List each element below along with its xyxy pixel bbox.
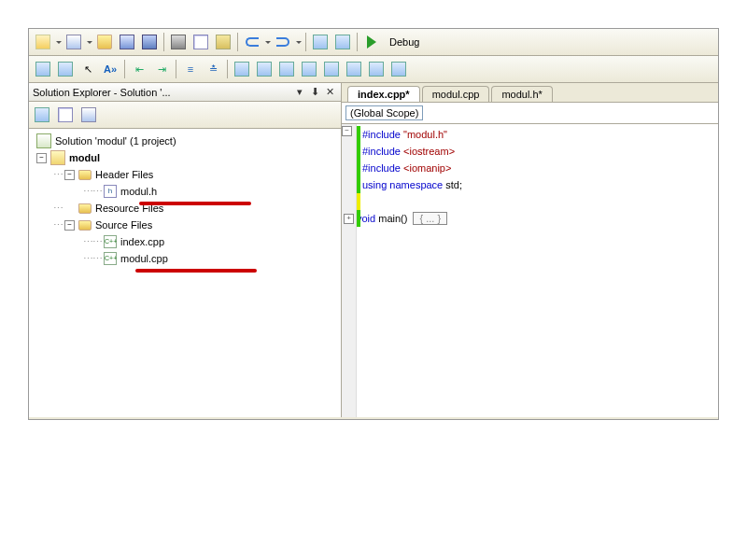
show-all-button[interactable] xyxy=(55,105,76,125)
collapsed-block[interactable]: { ... } xyxy=(413,212,447,225)
tab-modul-h[interactable]: modul.h* xyxy=(491,86,552,102)
file-node[interactable]: ⋯⋯ C++ index.cpp xyxy=(31,233,339,250)
bookmark7-button[interactable] xyxy=(366,59,387,79)
code-line[interactable]: using namespace std; xyxy=(362,176,462,193)
file-node[interactable]: ⋯⋯ C++ modul.cpp xyxy=(31,250,339,267)
unsaved-bar xyxy=(357,193,360,210)
annotation-underline xyxy=(139,202,251,205)
fold-plus-icon[interactable]: + xyxy=(344,214,354,224)
bookmark6-button[interactable] xyxy=(344,59,364,79)
copy-button[interactable] xyxy=(190,32,211,52)
change-bar xyxy=(357,210,360,227)
open-button[interactable] xyxy=(94,32,115,52)
view-code-button[interactable] xyxy=(78,105,99,125)
font-size-button[interactable]: A» xyxy=(100,59,120,79)
solution-explorer-header: Solution Explorer - Solution '... ▾ ⬇ ✕ xyxy=(29,83,341,102)
toolbox-button[interactable] xyxy=(33,59,53,79)
dropdown-icon[interactable] xyxy=(296,41,302,44)
tree-line: ⋯⋯ xyxy=(83,236,102,248)
bookmark-clear-button[interactable] xyxy=(299,59,319,79)
project-icon xyxy=(50,150,65,165)
code-line[interactable]: #include <iostream> xyxy=(362,143,462,160)
solution-tree[interactable]: Solution 'modul' (1 project) − modul ⋯ −… xyxy=(29,129,341,417)
code-line[interactable] xyxy=(362,193,462,210)
bookmark8-button[interactable] xyxy=(388,59,409,79)
folder-icon xyxy=(78,220,92,231)
redo-button[interactable] xyxy=(273,32,293,52)
close-icon[interactable]: ✕ xyxy=(322,85,337,100)
dropdown-icon[interactable] xyxy=(87,41,92,44)
solution-explorer-toolbar xyxy=(29,102,341,129)
folder-label: Header Files xyxy=(95,169,153,180)
fold-gutter: − xyxy=(342,124,357,417)
nav-back-button[interactable] xyxy=(310,32,331,52)
collapse-icon[interactable]: − xyxy=(64,170,75,180)
solution-label: Solution 'modul' (1 project) xyxy=(55,135,176,147)
separator xyxy=(124,60,125,78)
tree-line: ⋯ xyxy=(53,219,63,231)
tab-index-cpp[interactable]: index.cpp* xyxy=(347,86,420,102)
cpp-file-icon: C++ xyxy=(104,252,117,265)
tree-line: ⋯⋯ xyxy=(83,253,102,265)
solution-node[interactable]: Solution 'modul' (1 project) xyxy=(31,133,339,149)
start-debug-button[interactable] xyxy=(361,32,382,52)
separator xyxy=(163,33,164,51)
collapse-icon[interactable]: − xyxy=(36,153,47,163)
bookmark-next-button[interactable] xyxy=(254,59,275,79)
source-files-folder[interactable]: ⋯ − Source Files xyxy=(31,217,339,233)
cursor-icon[interactable]: ↖ xyxy=(78,59,98,79)
save-button[interactable] xyxy=(117,32,137,52)
paste-button[interactable] xyxy=(213,32,233,52)
comment-button[interactable]: ≡ xyxy=(180,59,201,79)
code-line[interactable]: #include <iomanip> xyxy=(362,160,462,176)
h-file-icon: h xyxy=(104,185,117,198)
build-config-select[interactable]: Debug xyxy=(384,35,425,49)
cut-button[interactable] xyxy=(168,32,189,52)
code-editor: index.cpp* modul.cpp modul.h* (Global Sc… xyxy=(342,83,718,417)
pin-icon[interactable]: ⬇ xyxy=(307,85,322,100)
file-node[interactable]: ⋯⋯ h modul.h xyxy=(31,183,339,200)
indent-button[interactable]: ⇥ xyxy=(151,59,172,79)
bookmark-button[interactable] xyxy=(232,59,252,79)
bookmark5-button[interactable] xyxy=(321,59,342,79)
tree-line: ⋯ xyxy=(53,169,63,181)
code-line[interactable]: #include "modul.h" xyxy=(362,126,462,143)
bookmark-prev-button[interactable] xyxy=(276,59,297,79)
tree-line: ⋯ xyxy=(53,203,63,215)
folder-icon xyxy=(78,203,92,214)
separator xyxy=(176,60,176,78)
nav-fwd-button[interactable] xyxy=(332,32,353,52)
properties-button[interactable] xyxy=(32,105,52,125)
new-project-button[interactable] xyxy=(33,32,53,52)
ide-window: Debug ↖ A» ⇤ ⇥ ≡ ≛ Solution Explorer - S… xyxy=(28,28,719,420)
solution-explorer-panel: Solution Explorer - Solution '... ▾ ⬇ ✕ … xyxy=(29,83,342,417)
dropdown-icon[interactable]: ▾ xyxy=(292,85,307,100)
dropdown-icon[interactable] xyxy=(265,41,271,44)
code-lines[interactable]: #include "modul.h" #include <iostream> #… xyxy=(357,124,468,417)
toolbar-secondary: ↖ A» ⇤ ⇥ ≡ ≛ xyxy=(29,56,718,83)
toolbar-main: Debug xyxy=(29,29,718,56)
header-files-folder[interactable]: ⋯ − Header Files xyxy=(31,166,339,183)
dropdown-icon[interactable] xyxy=(56,41,62,44)
folder-icon xyxy=(78,170,92,180)
separator xyxy=(237,33,238,51)
toolbox2-button[interactable] xyxy=(55,59,76,79)
scope-select[interactable]: (Global Scope) xyxy=(345,105,423,120)
save-all-button[interactable] xyxy=(139,32,160,52)
code-line[interactable]: + void main() { ... } xyxy=(362,210,462,227)
file-name: modul.cpp xyxy=(120,253,168,264)
file-name: index.cpp xyxy=(120,236,164,247)
undo-button[interactable] xyxy=(242,32,262,52)
main-area: Solution Explorer - Solution '... ▾ ⬇ ✕ … xyxy=(29,83,718,417)
new-item-button[interactable] xyxy=(63,32,84,52)
collapse-icon[interactable]: − xyxy=(64,220,75,231)
separator xyxy=(227,60,228,78)
uncomment-button[interactable]: ≛ xyxy=(203,59,223,79)
tab-modul-cpp[interactable]: modul.cpp xyxy=(422,86,490,102)
project-node[interactable]: − modul xyxy=(31,149,339,166)
separator xyxy=(305,33,306,51)
fold-minus-icon[interactable]: − xyxy=(342,126,352,136)
separator xyxy=(357,33,358,51)
outdent-button[interactable]: ⇤ xyxy=(129,59,149,79)
code-area[interactable]: − #include "modul.h" #include <iostream>… xyxy=(342,124,718,417)
